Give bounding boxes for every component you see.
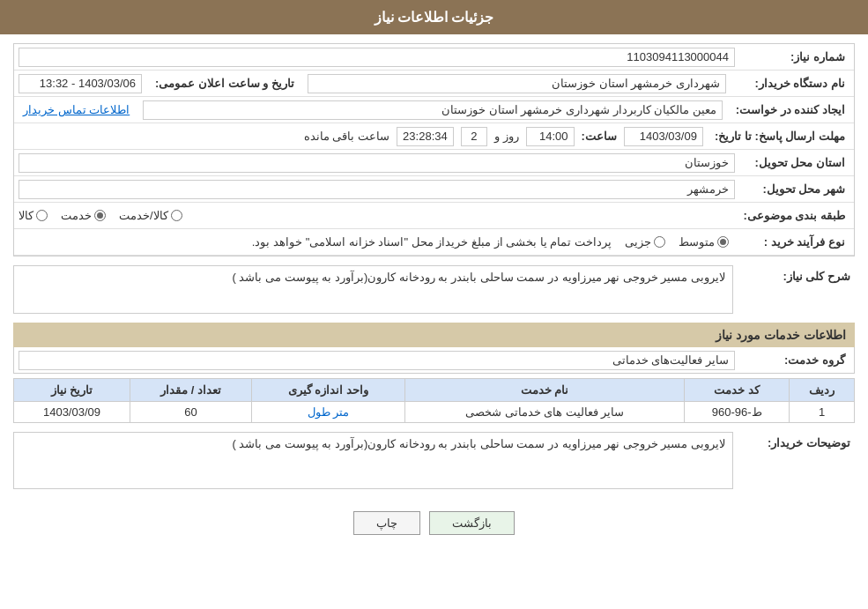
noع-farayand-radio-group: متوسط جزیی	[625, 235, 731, 249]
shahr-value: خرمشهر	[19, 180, 735, 199]
cell-kod: ط-96-960	[685, 402, 790, 423]
services-table-section: ردیف کد خدمت نام خدمت واحد اندازه گیری ت…	[13, 378, 855, 423]
name-kharidar-label: نام دستگاه خریدار:	[735, 75, 849, 92]
cell-tedad: 60	[130, 402, 251, 423]
tabaghe-khadamat-label: خدمت	[61, 209, 92, 222]
grooh-row: گروه خدمت: سایر فعالیت‌های خدماتی	[13, 347, 855, 374]
mohlat-row: مهلت ارسال پاسخ: تا تاریخ: 1403/03/09 سا…	[14, 123, 854, 150]
tozihat-label: توضیحات خریدار:	[740, 432, 855, 451]
shmaare-value: 1103094113000044	[19, 48, 735, 67]
grooh-label: گروه خدمت:	[735, 352, 849, 368]
services-table: ردیف کد خدمت نام خدمت واحد اندازه گیری ت…	[13, 378, 855, 423]
table-row: 1 ط-96-960 سایر فعالیت های خدماتی شخصی م…	[14, 402, 855, 423]
radio-circle-kala	[36, 210, 48, 221]
shmaare-row: شماره نیاز: 1103094113000044	[14, 44, 854, 71]
services-section-title: اطلاعات خدمات مورد نیاز	[13, 323, 855, 347]
noع-farayand-label: نوع فرآیند خرید :	[735, 234, 849, 250]
grooh-value: سایر فعالیت‌های خدماتی	[19, 351, 735, 370]
radio-circle-khadamat	[94, 210, 106, 221]
col-vahed: واحد اندازه گیری	[251, 379, 404, 402]
tozihat-section: توضیحات خریدار: لایروبی مسیر خروجی نهر م…	[13, 432, 855, 489]
ejad-row: ایجاد کننده در خواست: معین مالکیان کاربر…	[14, 97, 854, 123]
chap-button[interactable]: چاپ	[353, 511, 420, 535]
name-tarikh-row: نام دستگاه خریدار: شهرداری خرمشهر استان …	[14, 71, 854, 97]
noع-jozei-label: جزیی	[625, 235, 651, 249]
tarikh-aalan-value: 1403/03/06 - 13:32	[19, 74, 142, 93]
button-row: بازگشت چاپ	[13, 498, 855, 548]
radio-jozei: جزیی	[625, 235, 665, 249]
bazgasht-button[interactable]: بازگشت	[429, 511, 515, 535]
tabaghe-kala-label: کالا	[19, 209, 33, 222]
tabaghe-radio-group: کالا/خدمت خدمت کالا	[19, 209, 735, 222]
name-kharidar-value: شهرداری خرمشهر استان خوزستان	[308, 74, 726, 93]
mohlat-label: مهلت ارسال پاسخ: تا تاریخ:	[710, 128, 849, 145]
col-kod: کد خدمت	[685, 379, 790, 402]
time-label: ساعت:	[582, 130, 617, 143]
shahr-label: شهر محل تحویل:	[735, 181, 849, 197]
radio-kala: کالا	[19, 209, 48, 222]
roz-value: 2	[461, 127, 487, 146]
col-radif: ردیف	[790, 379, 855, 402]
tabaghe-row: طبقه بندی موضوعی: کالا/خدمت خدمت کالا	[14, 203, 854, 229]
saat-baghi-label: ساعت باقی مانده	[304, 130, 389, 143]
ejad-link[interactable]: اطلاعات تماس خریدار	[19, 103, 134, 116]
cell-vahed: متر طول	[251, 402, 404, 423]
radio-motasat: متوسط	[679, 235, 729, 249]
cell-radif: 1	[790, 402, 855, 423]
col-tedad: تعداد / مقدار	[130, 379, 251, 402]
ostan-value: خوزستان	[19, 153, 735, 173]
sharh-label: شرح کلی نیاز:	[740, 265, 855, 285]
time-value: 14:00	[526, 127, 575, 146]
sharh-section: شرح کلی نیاز: لایروبی مسیر خروجی نهر میر…	[13, 265, 855, 314]
ejad-label: ایجاد کننده در خواست:	[731, 101, 849, 118]
ejad-value: معین مالکیان کاربردار شهرداری خرمشهر است…	[143, 100, 723, 120]
radio-circle-motasat	[717, 236, 729, 248]
radio-kala-khadamat: کالا/خدمت	[119, 209, 182, 222]
radio-circle-kala-khadamat	[171, 210, 182, 221]
noع-farayand-row: نوع فرآیند خرید : متوسط جزیی پرداخت تمام…	[14, 229, 854, 256]
tarikh-aalan-label: تاریخ و ساعت اعلان عمومی:	[151, 77, 299, 90]
noع-farayand-text: پرداخت تمام یا بخشی از مبلغ خریداز محل "…	[19, 235, 620, 249]
radio-khadamat: خدمت	[61, 209, 106, 222]
ostan-label: استان محل تحویل:	[735, 154, 849, 171]
tabaghe-kala-khadamat-label: کالا/خدمت	[119, 209, 168, 222]
col-tarikh: تاریخ نیاز	[14, 379, 130, 402]
page-title: جزئیات اطلاعات نیاز	[375, 10, 494, 25]
shmaare-label: شماره نیاز:	[735, 48, 849, 65]
ostan-row: استان محل تحویل: خوزستان	[14, 150, 854, 176]
page-header: جزئیات اطلاعات نیاز	[0, 0, 868, 34]
radio-circle-jozei	[654, 236, 665, 248]
sharh-value: لایروبی مسیر خروجی نهر میرزاویه در سمت س…	[13, 265, 733, 314]
noع-motasat-label: متوسط	[679, 235, 715, 249]
countdown-value: 23:28:34	[397, 127, 454, 146]
tozihat-value: لایروبی مسیر خروجی نهر میرزاویه در سمت س…	[13, 432, 733, 489]
shahr-row: شهر محل تحویل: خرمشهر	[14, 176, 854, 203]
cell-tarikh: 1403/03/09	[14, 402, 130, 423]
table-header-row: ردیف کد خدمت نام خدمت واحد اندازه گیری ت…	[14, 379, 855, 402]
tabaghe-label: طبقه بندی موضوعی:	[735, 207, 849, 224]
date-value: 1403/03/09	[624, 127, 703, 146]
roz-label: روز و	[494, 130, 519, 143]
col-name: نام خدمت	[404, 379, 684, 402]
cell-name: سایر فعالیت های خدماتی شخصی	[404, 402, 684, 423]
